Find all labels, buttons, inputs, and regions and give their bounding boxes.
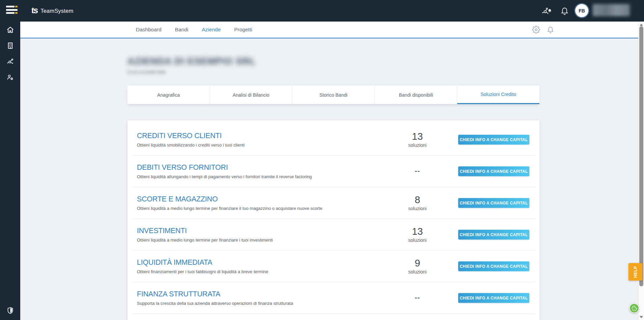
solution-title[interactable]: SCORTE E MAGAZZINO [137,195,389,203]
scrollbar-down-arrow[interactable] [640,316,643,318]
subnav-item-label: Progetti [234,27,252,32]
solutions-card: CREDITI VERSO CLIENTI Ottieni liquidità … [127,120,539,320]
subnav-item-aziende[interactable]: Aziende [202,27,221,33]
solution-count-label: soluzioni [396,237,439,243]
subnav-item-bandi[interactable]: Bandi [175,27,188,33]
user-account-chip-redacted[interactable] [593,4,630,16]
menu-icon[interactable] [6,6,18,16]
subnav-items: DashboardBandiAziendeProgetti [136,22,252,38]
tab-label: Storico Bandi [319,92,347,98]
solution-row: INVESTIMENTI Ottieni liquidità a medio l… [132,219,535,251]
solution-row: FINANZA STRUTTURATA Supporta la crescita… [132,282,535,314]
solution-count: 8 soluzioni [396,195,439,211]
cta-button[interactable]: CHIEDI INFO A CHANGE CAPITAL [458,198,529,208]
solution-count-label: soluzioni [396,142,439,148]
solution-count-value: 13 [396,131,439,141]
solution-count-value: 9 [396,258,439,268]
solution-description: Ottieni liquidità smobilizzando i credit… [137,142,389,148]
cta-button[interactable]: CHIEDI INFO A CHANGE CAPITAL [458,293,529,303]
bell-icon[interactable] [546,25,555,34]
solution-count: 13 soluzioni [396,131,439,148]
scrollbar-up-arrow[interactable] [640,24,643,26]
network-icon[interactable] [6,57,14,66]
solution-title[interactable]: CREDITI VERSO CLIENTI [137,132,389,140]
affiliate-notification-icon[interactable] [541,0,552,22]
brand: ts TeamSystem [31,0,74,22]
user-avatar[interactable]: FB [575,4,588,17]
subnav-item-dashboard[interactable]: Dashboard [136,27,162,33]
solution-description: Ottieni liquidità allungando i tempi di … [137,174,389,179]
cta-button[interactable]: CHIEDI INFO A CHANGE CAPITAL [458,135,529,145]
sidebar [0,22,20,320]
solution-count-value: -- [396,294,439,301]
cookie-consent-icon[interactable] [629,303,639,313]
shield-icon[interactable] [0,307,20,315]
solution-title[interactable]: DEBITI VERSO FORNITORI [137,163,389,172]
solution-count-value: -- [396,167,439,174]
main-content: DashboardBandiAziendeProgetti AZIENDA DI… [20,22,638,320]
solution-count: 13 soluzioni [396,226,439,243]
solution-row: CREDITI VERSO CLIENTI Ottieni liquidità … [132,124,535,156]
help-tab-label: HELP [633,266,638,278]
tab-analisi-di-bilancio[interactable]: Analisi di Bilancio [210,86,293,104]
brand-name: TeamSystem [40,8,73,14]
company-tabs: AnagraficaAnalisi di BilancioStorico Ban… [127,86,539,104]
scrollbar-thumb[interactable] [639,26,643,286]
tab-label: Analisi di Bilancio [233,92,269,98]
solution-count-value: 8 [396,195,439,205]
company-name-redacted: AZIENDA DI ESEMPIO SRL [127,56,256,67]
solution-title[interactable]: INVESTIMENTI [137,227,389,235]
help-tab[interactable]: HELP [628,263,643,281]
solution-description: Ottieni liquidità a medio lungo termine … [137,237,389,243]
tab-storico-bandi[interactable]: Storico Bandi [292,86,375,104]
solution-count: -- [396,294,439,302]
tab-anagrafica[interactable]: Anagrafica [127,86,210,104]
solution-description: Supporta la crescita della tua azienda a… [137,301,389,306]
subnav-item-label: Dashboard [136,27,162,32]
solution-title[interactable]: LIQUIDITÀ IMMEDIATA [137,258,389,267]
solution-row: DEBITI VERSO FORNITORI Ottieni liquidità… [132,156,535,187]
solution-description: Ottieni finanziamenti per i tuoi fabbiso… [137,269,389,274]
topbar: ts TeamSystem FB [0,0,644,22]
user-settings-icon[interactable] [6,73,14,82]
tab-label: Bandi disponibili [399,92,433,98]
solution-count: 9 soluzioni [396,258,439,275]
tab-label: Soluzioni Credito [480,92,516,97]
home-icon[interactable] [6,25,14,34]
company-building-icon[interactable] [6,41,14,50]
tab-bandi-disponibili[interactable]: Bandi disponibili [375,86,458,104]
gear-icon[interactable] [532,25,540,34]
tab-label: Anagrafica [157,92,180,98]
tab-soluzioni-credito[interactable]: Soluzioni Credito [457,86,539,104]
cta-button[interactable]: CHIEDI INFO A CHANGE CAPITAL [458,261,529,271]
solution-count-label: soluzioni [396,269,439,275]
secondary-nav: DashboardBandiAziendeProgetti [20,22,638,38]
subnav-item-label: Bandi [175,27,188,32]
company-subtitle-redacted: P.IVA 01234567890 [127,70,166,75]
solution-description: Ottieni liquidità a medio lungo termine … [137,206,389,211]
solution-row: SCORTE E MAGAZZINO Ottieni liquidità a m… [132,187,535,219]
solution-count-label: soluzioni [396,206,439,211]
teamsystem-logo-icon: ts [31,6,38,16]
solution-title[interactable]: FINANZA STRUTTURATA [137,290,389,298]
notifications-bell-icon[interactable] [560,0,569,22]
solution-row: LIQUIDITÀ IMMEDIATA Ottieni finanziament… [132,251,535,282]
solution-count-value: 13 [396,226,439,236]
subnav-item-label: Aziende [202,27,221,32]
subnav-item-progetti[interactable]: Progetti [234,27,252,33]
solution-count: -- [396,167,439,175]
cta-button[interactable]: CHIEDI INFO A CHANGE CAPITAL [458,166,529,176]
cta-button[interactable]: CHIEDI INFO A CHANGE CAPITAL [458,230,529,239]
